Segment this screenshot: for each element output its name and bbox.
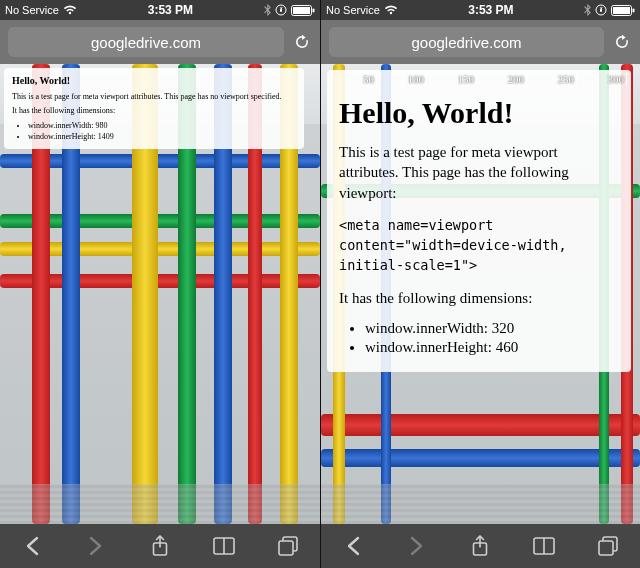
- dimensions-list: window.innerWidth: 980 window.innerHeigh…: [28, 121, 296, 143]
- svg-rect-4: [313, 8, 315, 12]
- status-time: 3:53 PM: [148, 3, 193, 17]
- bookmarks-button[interactable]: [211, 533, 237, 559]
- status-bar: No Service 3:53 PM: [321, 0, 640, 20]
- bottom-toolbar: [0, 524, 320, 568]
- status-time: 3:53 PM: [468, 3, 513, 17]
- dimensions-label: It has the following dimensions:: [12, 106, 296, 117]
- intro-text: This is a test page for meta viewport at…: [12, 92, 296, 103]
- page-content[interactable]: Hello, World! This is a test page for me…: [0, 64, 320, 524]
- content-card: Hello, World! This is a test page for me…: [4, 68, 304, 149]
- back-button[interactable]: [340, 533, 366, 559]
- rotation-lock-icon: [595, 4, 607, 16]
- share-button[interactable]: [467, 533, 493, 559]
- svg-rect-9: [279, 541, 293, 555]
- svg-rect-14: [633, 8, 635, 12]
- svg-rect-11: [600, 9, 602, 12]
- bookmarks-button[interactable]: [531, 533, 557, 559]
- page-content[interactable]: 50 100 150 200 250 300 Hello, World! Thi…: [321, 64, 640, 524]
- forward-button[interactable]: [83, 533, 109, 559]
- bluetooth-icon: [264, 4, 271, 16]
- battery-icon: [611, 5, 635, 16]
- reload-button[interactable]: [612, 33, 632, 51]
- address-bar: googledrive.com: [321, 20, 640, 64]
- bottom-toolbar: [321, 524, 640, 568]
- pixel-ruler: 50 100 150 200 250 300: [327, 70, 631, 88]
- forward-button[interactable]: [404, 533, 430, 559]
- url-field[interactable]: googledrive.com: [329, 27, 604, 57]
- page-heading: Hello, World!: [339, 96, 619, 130]
- share-button[interactable]: [147, 533, 173, 559]
- tabs-button[interactable]: [595, 533, 621, 559]
- bluetooth-icon: [584, 4, 591, 16]
- battery-icon: [291, 5, 315, 16]
- url-text: googledrive.com: [91, 34, 201, 51]
- svg-rect-13: [613, 7, 630, 14]
- phone-right: No Service 3:53 PM googledrive.com: [320, 0, 640, 568]
- address-bar: googledrive.com: [0, 20, 320, 64]
- list-item: window.innerWidth: 320: [365, 320, 619, 337]
- svg-rect-19: [599, 541, 613, 555]
- status-bar: No Service 3:53 PM: [0, 0, 320, 20]
- url-field[interactable]: googledrive.com: [8, 27, 284, 57]
- reload-button[interactable]: [292, 33, 312, 51]
- list-item: window.innerHeight: 460: [365, 339, 619, 356]
- carrier-label: No Service: [5, 4, 59, 16]
- tabs-button[interactable]: [275, 533, 301, 559]
- svg-rect-3: [293, 7, 310, 14]
- content-card: 50 100 150 200 250 300 Hello, World! Thi…: [327, 70, 631, 372]
- rotation-lock-icon: [275, 4, 287, 16]
- wifi-icon: [63, 5, 77, 15]
- svg-rect-1: [280, 9, 282, 12]
- wifi-icon: [384, 5, 398, 15]
- phone-left: No Service 3:53 PM googledrive.com: [0, 0, 320, 568]
- page-heading: Hello, World!: [12, 74, 296, 88]
- viewport-code: <meta name=viewport content="width=devic…: [339, 215, 619, 276]
- carrier-label: No Service: [326, 4, 380, 16]
- dimensions-label: It has the following dimensions:: [339, 288, 619, 308]
- dimensions-list: window.innerWidth: 320 window.innerHeigh…: [365, 320, 619, 356]
- list-item: window.innerWidth: 980: [28, 121, 296, 132]
- back-button[interactable]: [19, 533, 45, 559]
- url-text: googledrive.com: [411, 34, 521, 51]
- list-item: window.innerHeight: 1409: [28, 132, 296, 143]
- intro-text: This is a test page for meta viewport at…: [339, 142, 619, 203]
